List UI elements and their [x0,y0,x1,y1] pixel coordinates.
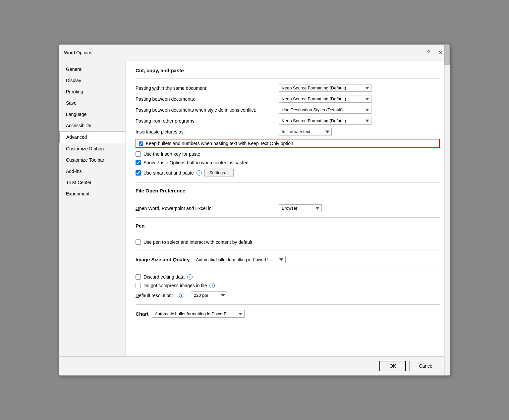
sidebar-item-save[interactable]: Save [59,97,125,109]
insert-key-label: Use the Insert key for paste [143,151,200,157]
image-size-quality-row: Image Size and Quality Automatic bullet … [136,256,440,263]
image-doc-select[interactable]: Automatic bullet formatting in PowerP... [193,256,286,263]
paste-same-row: Pasting within the same document: Keep S… [136,84,440,92]
sidebar-item-general[interactable]: General [59,64,125,75]
show-paste-options-checkbox[interactable] [136,160,141,165]
divider-3 [136,199,440,199]
pen-select-label: Use pen to select and interact with cont… [143,239,252,245]
sidebar-item-advanced[interactable]: Advanced [59,131,125,143]
title-bar: Word Options ? ✕ [59,45,450,61]
dialog-title: Word Options [64,50,92,55]
sidebar-item-experiment[interactable]: Experiment [59,188,125,199]
resolution-row: Default resolution: i 220 ppi [136,291,440,299]
pen-select-row: Use pen to select and interact with cont… [136,239,440,245]
paste-between-label: Pasting between documents: [136,96,275,102]
sidebar-item-add-ins[interactable]: Add-ins [59,166,125,177]
paste-between-row: Pasting between documents: Keep Source F… [136,95,440,103]
section-cut-copy-paste-title: Cut, copy, and paste [136,68,440,73]
ok-button[interactable]: OK [379,361,406,371]
section-file-open-title: File Open Preference [136,188,440,193]
paste-conflict-row: Pasting between documents when style def… [136,106,440,114]
paste-same-select[interactable]: Keep Source Formatting (Default) [279,84,371,92]
divider-6 [136,250,440,250]
no-compress-row: Do not compress images in file i [136,283,440,288]
title-bar-buttons: ? ✕ [424,48,445,57]
sidebar-item-customize-ribbon[interactable]: Customize Ribbon [59,143,125,154]
smart-cut-label: Use smart cut and paste [143,170,194,176]
paste-conflict-select[interactable]: Use Destination Styles (Default) [279,106,371,114]
divider-8 [136,304,440,305]
footer: OK Cancel [59,356,450,375]
paste-other-label: Pasting from other programs: [136,118,275,124]
smart-cut-row: Use smart cut and paste i Settings... [136,169,440,177]
discard-editing-info-icon: i [187,274,193,280]
discard-editing-label: Discard editing data [143,274,185,280]
resolution-label: Default resolution: [136,293,173,298]
cancel-button[interactable]: Cancel [409,361,443,371]
paste-other-select[interactable]: Keep Source Formatting (Default) [279,117,371,125]
insert-key-row: Use the Insert key for paste [136,151,440,157]
divider-5 [136,234,440,234]
show-paste-options-row: Show Paste Options button when content i… [136,160,440,165]
paste-between-select[interactable]: Keep Source Formatting (Default) [279,95,371,103]
divider-7 [136,269,440,269]
no-compress-label: Do not compress images in file [143,283,207,288]
keep-bullets-label: Keep bullets and numbers when pasting te… [146,141,293,146]
dialog-body: General Display Proofing Save Language A… [59,61,450,356]
paste-pictures-row: Insert/paste pictures as: In line with t… [136,128,440,135]
sidebar-item-proofing[interactable]: Proofing [59,86,125,97]
chart-row: Chart Automatic bullet formatting in Pow… [136,310,440,318]
show-paste-options-label: Show Paste Options button when content i… [143,160,249,165]
file-open-select[interactable]: Browser [279,204,322,212]
sidebar-item-accessibility[interactable]: Accessibility [59,120,125,131]
paste-same-label: Pasting within the same document: [136,85,275,91]
section-pen-title: Pen [136,223,440,229]
sidebar-item-customize-toolbar[interactable]: Customize Toolbar [59,154,125,166]
smart-cut-info-icon: i [197,170,202,176]
insert-key-checkbox[interactable] [136,151,141,157]
settings-button[interactable]: Settings... [204,169,234,177]
file-open-row: Open Word, Powerpoint and Excel in: Brow… [136,204,440,212]
file-open-label: Open Word, Powerpoint and Excel in: [136,206,275,211]
scrollbar-thumb[interactable] [444,61,450,65]
word-options-dialog: Word Options ? ✕ General Display Proofin… [59,44,450,376]
scrollbar-track[interactable] [444,61,450,356]
resolution-select[interactable]: 220 ppi [191,291,227,299]
section-chart-title: Chart [136,311,148,317]
divider-1 [136,79,440,79]
no-compress-info-icon: i [209,283,215,288]
discard-editing-row: Discard editing data i [136,274,440,280]
sidebar-item-language[interactable]: Language [59,109,125,120]
keep-bullets-row: Keep bullets and numbers when pasting te… [136,139,440,148]
no-compress-checkbox[interactable] [136,283,141,288]
help-button[interactable]: ? [424,48,433,57]
smart-cut-checkbox[interactable] [136,170,141,176]
paste-other-row: Pasting from other programs: Keep Source… [136,117,440,125]
sidebar: General Display Proofing Save Language A… [59,61,126,356]
divider-4 [136,217,440,218]
paste-pictures-select[interactable]: In line with text [279,128,332,135]
content-area: Cut, copy, and paste Pasting within the … [126,61,450,356]
pen-select-checkbox[interactable] [136,239,141,245]
resolution-info-icon: i [179,293,184,298]
divider-2 [136,182,440,183]
paste-pictures-label: Insert/paste pictures as: [136,129,275,134]
keep-bullets-checkbox[interactable] [139,141,143,146]
close-button[interactable]: ✕ [436,48,445,57]
section-image-title: Image Size and Quality [136,257,190,262]
chart-doc-select[interactable]: Automatic bullet formatting in PowerP... [152,310,245,318]
sidebar-item-trust-center[interactable]: Trust Center [59,177,125,188]
paste-conflict-label: Pasting between documents when style def… [136,107,275,113]
discard-editing-checkbox[interactable] [136,274,141,280]
sidebar-item-display[interactable]: Display [59,75,125,86]
